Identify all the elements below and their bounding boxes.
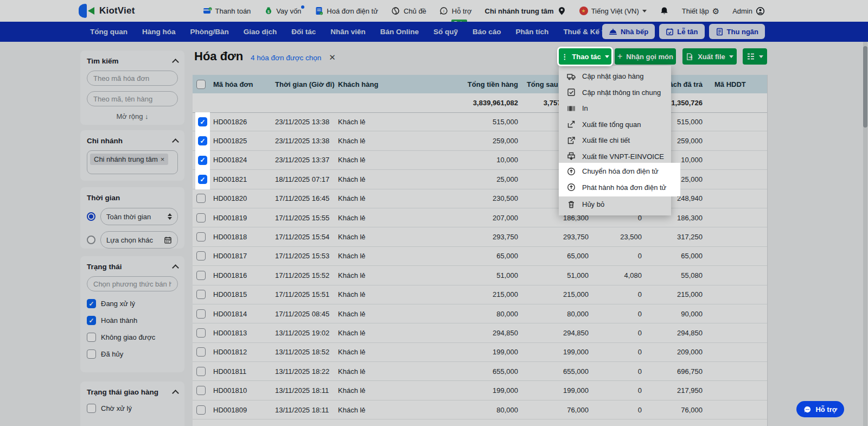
nav-item-ph-n-t-ch[interactable]: Phân tích [516, 28, 549, 36]
table-row[interactable]: HD00181313/11/2025 19:02Khách lẻ294,8502… [193, 323, 767, 342]
select-all-checkbox[interactable] [196, 80, 206, 89]
nav-item-ph-ng-b-n[interactable]: Phòng/Bàn [190, 28, 229, 36]
settings-button[interactable]: Thiết lập ⚙ [682, 7, 719, 15]
table-row[interactable]: HD00181517/11/2025 15:51Khách lẻ215,0002… [193, 285, 767, 304]
menu-item-truck[interactable]: Cập nhật giao hàng [559, 68, 671, 85]
topbar-link-payment[interactable]: o Thanh toán [203, 7, 251, 16]
table-row[interactable]: HD00181717/11/2025 15:53Khách lẻ65,00065… [193, 247, 767, 266]
nav-item-giao-d-ch[interactable]: Giao dịch [244, 28, 277, 36]
menu-item-share-doc[interactable]: Xuất file chi tiết [559, 132, 671, 149]
table-row[interactable]: HD00182523/11/2025 13:38Khách lẻ259,0002… [193, 131, 767, 150]
nav-item-b-o-c-o[interactable]: Báo cáo [473, 28, 501, 36]
delivery-checkbox[interactable] [87, 404, 96, 413]
table-row[interactable]: HD00182017/11/2025 16:45Khách lẻ230,5002… [193, 189, 767, 208]
search-invoice-code-input[interactable] [87, 71, 178, 86]
menu-item-share[interactable]: Xuất file tổng quan [559, 117, 671, 133]
menu-item-barcode[interactable]: In [559, 100, 671, 117]
column-settings-button[interactable] [743, 48, 767, 65]
topbar-link-support[interactable]: i Hỗ trợ Beta [439, 7, 472, 16]
nav-item-nh-n-vi-n[interactable]: Nhân viên [330, 28, 366, 36]
menu-item-check-square[interactable]: Cập nhật thông tin chung [559, 85, 671, 101]
menu-item-printer-export[interactable]: Xuất file VNPT-EINVOICE [559, 149, 671, 165]
row-checkbox[interactable] [196, 328, 206, 338]
column-header-customer[interactable]: Khách hàng [338, 75, 425, 93]
table-row[interactable]: HD00181013/11/2025 18:11Khách lẻ199,0001… [193, 381, 767, 400]
table-row[interactable]: HD00181817/11/2025 15:54Khách lẻ293,7502… [193, 227, 767, 246]
export-file-button[interactable]: Xuất file [682, 48, 737, 65]
status-checkbox[interactable] [87, 299, 96, 308]
cashier-button[interactable]: Thu ngân [709, 24, 765, 39]
search-item-input[interactable] [87, 91, 178, 106]
topbar-link-theme[interactable]: Chủ đề [391, 7, 426, 16]
column-header-time[interactable]: Thời gian (Giờ đi) [275, 75, 336, 93]
support-floating-button[interactable]: Hỗ trợ [796, 401, 844, 417]
status-checkbox[interactable] [87, 316, 96, 325]
row-checkbox[interactable] [196, 405, 206, 415]
row-checkbox[interactable] [196, 347, 206, 357]
notifications-button[interactable] [660, 7, 669, 16]
row-checkbox[interactable] [196, 271, 206, 280]
menu-item-cloud-upload[interactable]: Chuyển hóa đơn điện tử [559, 163, 680, 180]
row-checkbox[interactable] [196, 367, 206, 376]
clear-selection-icon[interactable]: ✕ [329, 53, 336, 62]
topbar-link-einvoice[interactable]: ✓ Hoá đơn điện tử [314, 7, 378, 16]
expand-link[interactable]: Mở rộng ↓ [87, 112, 178, 120]
status-checkbox[interactable] [87, 333, 96, 342]
kiotviet-logo[interactable]: KiotViet [79, 4, 135, 18]
status-checkbox[interactable] [87, 349, 96, 359]
table-row[interactable]: HD00181617/11/2025 15:52Khách lẻ51,00051… [193, 266, 767, 285]
collapse-chevron-icon[interactable] [172, 390, 179, 397]
topbar-link-loan[interactable]: $ Vay vốn [264, 7, 301, 16]
table-row[interactable]: HD00182118/11/2025 07:17Khách lẻ25,00025… [193, 170, 767, 189]
branch-tag-box[interactable]: Chi nhánh trung tâm× [87, 150, 178, 174]
kitchen-button[interactable]: Nhà bếp [602, 24, 655, 39]
language-selector[interactable]: ★ Tiếng Việt (VN) [579, 7, 647, 15]
row-checkbox[interactable] [198, 175, 207, 184]
nav-item-t-ng-quan[interactable]: Tổng quan [90, 28, 127, 36]
take-order-button[interactable]: + Nhận gọi món [615, 48, 676, 65]
collapse-chevron-icon[interactable] [172, 59, 179, 66]
collapse-chevron-icon[interactable] [172, 138, 179, 145]
row-checkbox[interactable] [198, 117, 207, 126]
row-checkbox[interactable] [196, 386, 206, 395]
radio-all-time[interactable] [87, 212, 95, 221]
table-row[interactable]: HD00181417/11/2025 08:45Khách lẻ80,00080… [193, 304, 767, 323]
admin-menu[interactable]: Admin [732, 7, 765, 16]
table-row[interactable]: HD00182423/11/2025 13:37Khách lẻ10,00010… [193, 151, 767, 170]
table-row[interactable]: HD00180913/11/2025 18:11Khách lẻ80,00076… [193, 400, 767, 419]
nav-item-s-qu-[interactable]: Sổ quỹ [433, 28, 458, 36]
row-checkbox[interactable] [196, 290, 206, 299]
radio-custom-time[interactable] [87, 236, 95, 244]
row-checkbox[interactable] [198, 156, 207, 165]
selection-count-link[interactable]: 4 hóa đơn được chọn [251, 54, 321, 62]
row-checkbox[interactable] [196, 251, 206, 260]
nav-item-b-n-online[interactable]: Bán Online [380, 28, 419, 36]
time-range-select[interactable]: Toàn thời gian [100, 208, 178, 225]
chevron-down-icon [642, 10, 647, 15]
remove-tag-icon[interactable]: × [161, 155, 165, 163]
table-row[interactable]: HD00182623/11/2025 13:38Khách lẻ515,0005… [193, 112, 767, 131]
menu-item-trash[interactable]: Hủy bỏ [559, 196, 671, 213]
custom-time-select[interactable]: Lựa chọn khác [100, 231, 178, 249]
row-checkbox[interactable] [196, 213, 206, 222]
column-header-ehddt[interactable]: Mã HDDT [714, 75, 763, 93]
nav-item--i-t-c[interactable]: Đối tác [291, 28, 316, 36]
collapse-chevron-icon[interactable] [172, 264, 179, 271]
sale-method-input[interactable] [87, 276, 178, 291]
nav-item-h-ng-h-a[interactable]: Hàng hóa [142, 28, 176, 36]
row-checkbox[interactable] [196, 232, 206, 241]
row-checkbox[interactable] [198, 136, 207, 145]
actions-button[interactable]: ⋮ Thao tác [559, 48, 611, 65]
reception-button[interactable]: Lễ tân [659, 24, 704, 39]
row-checkbox[interactable] [196, 309, 206, 319]
nav-quick-buttons: Nhà bếp Lễ tân Thu ngân [602, 24, 765, 39]
table-row[interactable]: HD00181917/11/2025 15:55Khách lẻ207,0001… [193, 208, 767, 227]
table-row[interactable]: HD00181213/11/2025 18:52Khách lẻ199,0001… [193, 343, 767, 362]
column-header-total[interactable]: Tổng tiền hàng [426, 75, 518, 93]
branch-selector[interactable]: Chi nhánh trung tâm [485, 7, 566, 16]
table-row[interactable]: HD00181113/11/2025 18:22Khách lẻ655,0006… [193, 362, 767, 381]
menu-item-cloud-upload[interactable]: Phát hành hóa đơn điện tử [559, 180, 680, 196]
column-header-code[interactable]: Mã hóa đơn [213, 75, 273, 93]
row-checkbox[interactable] [196, 194, 206, 203]
scrollbar-thumb[interactable] [863, 46, 867, 128]
